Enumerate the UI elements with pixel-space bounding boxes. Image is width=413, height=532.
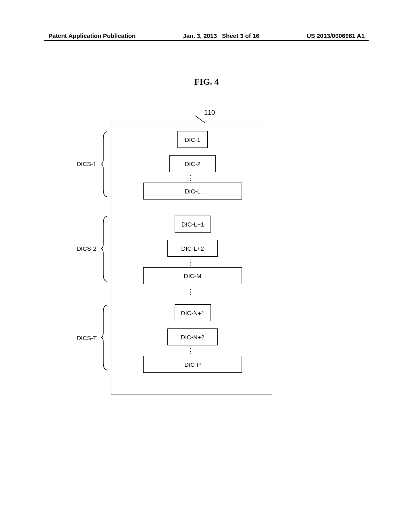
dic-box: DIC-N+2 xyxy=(167,328,218,345)
brace-icon xyxy=(100,216,109,282)
dic-box: DIC-M xyxy=(143,267,242,284)
header-center: Jan. 3, 2013 Sheet 3 of 16 xyxy=(183,32,259,39)
dic-box: DIC-L+2 xyxy=(167,240,218,257)
group-label-2: DICS-2 xyxy=(77,245,96,252)
group-label-3: DICS-T xyxy=(77,335,97,341)
group-label-1: DICS-1 xyxy=(77,160,96,167)
dic-box: DIC-N+1 xyxy=(175,304,211,321)
vertical-dots-icon: ⋮ xyxy=(187,287,194,296)
vertical-dots-icon: ⋮ xyxy=(187,258,194,267)
header-right: US 2013/0006981 A1 xyxy=(307,32,365,39)
dic-box: DIC-1 xyxy=(177,131,208,148)
figure-title: FIG. 4 xyxy=(0,77,413,87)
diagram-container: 110 DICS-1 DIC-1 DIC-2 ⋮ DIC-L DICS-2 DI… xyxy=(111,117,276,395)
reference-number: 110 xyxy=(204,109,215,116)
brace-icon xyxy=(100,131,109,197)
page-header: Patent Application Publication Jan. 3, 2… xyxy=(0,32,413,39)
header-divider xyxy=(44,40,369,41)
dic-box: DIC-P xyxy=(143,356,242,373)
brace-icon xyxy=(100,304,109,371)
vertical-dots-icon: ⋮ xyxy=(187,173,194,182)
header-left: Patent Application Publication xyxy=(48,32,136,39)
vertical-dots-icon: ⋮ xyxy=(187,347,194,355)
dic-box: DIC-L+1 xyxy=(175,216,211,233)
dic-box: DIC-L xyxy=(143,183,242,200)
dic-box: DIC-2 xyxy=(169,155,216,172)
